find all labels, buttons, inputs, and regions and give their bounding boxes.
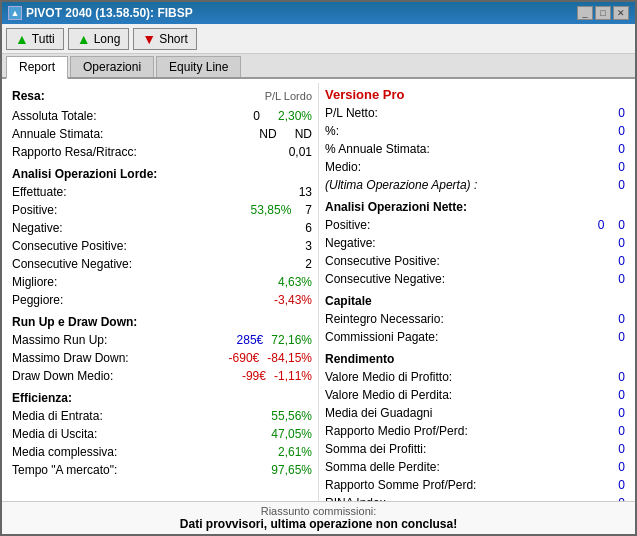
consec-neg-val: 2: [305, 255, 312, 273]
positive-nette-row: Positive: 0 0: [325, 216, 625, 234]
toolbar: ▲ Tutti ▲ Long ▼ Short: [2, 24, 635, 54]
positive-row: Positive: 53,85% 7: [12, 201, 312, 219]
efficienza-section-title: Efficienza:: [12, 391, 312, 405]
consec-neg-row: Consecutive Negative: 2: [12, 255, 312, 273]
ultima-row: (Ultima Operazione Aperta) : 0: [325, 176, 625, 194]
massimo-drawdown-row: Massimo Draw Down: -690€ -84,15%: [12, 349, 312, 367]
consec-neg-nette-val: 0: [618, 270, 625, 288]
tempo-mercato-row: Tempo "A mercato": 97,65%: [12, 461, 312, 479]
massimo-drawdown-val1: -690€: [229, 349, 260, 367]
resa-label: Resa:: [12, 87, 45, 105]
minimize-button[interactable]: _: [577, 6, 593, 20]
short-icon: ▼: [142, 31, 156, 47]
rapporto-prof-val: 0: [618, 422, 625, 440]
media-guadagni-val: 0: [618, 404, 625, 422]
consec-neg-nette-row: Consecutive Negative: 0: [325, 270, 625, 288]
media-uscita-label: Media di Uscita:: [12, 425, 97, 443]
positive-nette-val2: 0: [618, 216, 625, 234]
valore-perdita-val: 0: [618, 386, 625, 404]
tab-operazioni[interactable]: Operazioni: [70, 56, 154, 77]
negative-label: Negative:: [12, 219, 63, 237]
consec-pos-nette-val: 0: [618, 252, 625, 270]
rapporto-val: 0,01: [289, 143, 312, 161]
window-title: PIVOT 2040 (13.58.50): FIBSP: [26, 6, 193, 20]
negative-nette-val: 0: [618, 234, 625, 252]
negative-nette-row: Negative: 0: [325, 234, 625, 252]
runup-section-title: Run Up e Draw Down:: [12, 315, 312, 329]
short-button[interactable]: ▼ Short: [133, 28, 197, 50]
consec-pos-label: Consecutive Positive:: [12, 237, 127, 255]
main-window: ▲ PIVOT 2040 (13.58.50): FIBSP _ □ ✕ ▲ T…: [0, 0, 637, 536]
negative-nette-label: Negative:: [325, 234, 376, 252]
valore-profitto-val: 0: [618, 368, 625, 386]
long-icon: ▲: [77, 31, 91, 47]
positive-nette-label: Positive:: [325, 216, 370, 234]
massimo-runup-val1: 285€: [237, 331, 264, 349]
commissioni-label: Commissioni Pagate:: [325, 328, 438, 346]
long-button[interactable]: ▲ Long: [68, 28, 130, 50]
media-uscita-val: 47,05%: [271, 425, 312, 443]
massimo-runup-label: Massimo Run Up:: [12, 331, 107, 349]
reintegro-row: Reintegro Necessario: 0: [325, 310, 625, 328]
assoluta-label: Assoluta Totale:: [12, 107, 97, 125]
consec-pos-val: 3: [305, 237, 312, 255]
positive-num: 7: [305, 201, 312, 219]
rapporto-prof-label: Rapporto Medio Prof/Perd:: [325, 422, 468, 440]
commissioni-val: 0: [618, 328, 625, 346]
massimo-runup-row: Massimo Run Up: 285€ 72,16%: [12, 331, 312, 349]
somma-perdite-label: Somma delle Perdite:: [325, 458, 440, 476]
positive-pct: 53,85%: [251, 201, 292, 219]
annuale-row: Annuale Stimata: ND ND: [12, 125, 312, 143]
tutti-button[interactable]: ▲ Tutti: [6, 28, 64, 50]
valore-profitto-label: Valore Medio di Profitto:: [325, 368, 452, 386]
tempo-mercato-val: 97,65%: [271, 461, 312, 479]
assoluta-val2: 2,30%: [278, 107, 312, 125]
tutti-icon: ▲: [15, 31, 29, 47]
pl-lordo-header: P/L Lordo: [265, 88, 312, 105]
valore-perdita-row: Valore Medio di Perdita: 0: [325, 386, 625, 404]
rapporto-row: Rapporto Resa/Ritracc: 0,01: [12, 143, 312, 161]
pct-annuale-label: % Annuale Stimata:: [325, 140, 430, 158]
somma-perdite-row: Somma delle Perdite: 0: [325, 458, 625, 476]
versione-pro-title: Versione Pro: [325, 87, 625, 102]
tempo-mercato-label: Tempo "A mercato":: [12, 461, 117, 479]
left-panel: Resa: P/L Lordo Assoluta Totale: 0 2,30%…: [6, 83, 319, 501]
title-bar: ▲ PIVOT 2040 (13.58.50): FIBSP _ □ ✕: [2, 2, 635, 24]
effettuate-label: Effettuate:: [12, 183, 67, 201]
riassunto-label: Riassunto commissioni:: [8, 505, 629, 517]
somma-profitti-val: 0: [618, 440, 625, 458]
media-complessiva-val: 2,61%: [278, 443, 312, 461]
rapporto-somme-row: Rapporto Somme Prof/Perd: 0: [325, 476, 625, 494]
pct-val: 0: [618, 122, 625, 140]
media-entrata-val: 55,56%: [271, 407, 312, 425]
consec-pos-nette-row: Consecutive Positive: 0: [325, 252, 625, 270]
rina-val: 0: [618, 494, 625, 501]
long-label: Long: [94, 32, 121, 46]
right-panel: Versione Pro P/L Netto: 0 %: 0 % Annuale…: [319, 83, 631, 501]
annuale-label: Annuale Stimata:: [12, 125, 103, 143]
pl-netto-label: P/L Netto:: [325, 104, 378, 122]
tab-report[interactable]: Report: [6, 56, 68, 79]
ultima-label: (Ultima Operazione Aperta) :: [325, 176, 477, 194]
negative-row: Negative: 6: [12, 219, 312, 237]
somma-profitti-row: Somma dei Profitti: 0: [325, 440, 625, 458]
analisi-nette-title: Analisi Operazioni Nette:: [325, 200, 625, 214]
tab-equity-line[interactable]: Equity Line: [156, 56, 241, 77]
two-column-layout: Resa: P/L Lordo Assoluta Totale: 0 2,30%…: [6, 83, 631, 501]
tab-bar: Report Operazioni Equity Line: [2, 54, 635, 79]
rina-label: RINA Index: [325, 494, 386, 501]
drawdown-medio-val2: -1,11%: [274, 367, 312, 385]
maximize-button[interactable]: □: [595, 6, 611, 20]
valore-profitto-row: Valore Medio di Profitto: 0: [325, 368, 625, 386]
medio-label: Medio:: [325, 158, 361, 176]
consec-neg-label: Consecutive Negative:: [12, 255, 132, 273]
consec-pos-nette-label: Consecutive Positive:: [325, 252, 440, 270]
reintegro-val: 0: [618, 310, 625, 328]
consec-pos-row: Consecutive Positive: 3: [12, 237, 312, 255]
app-icon: ▲: [8, 6, 22, 20]
close-button[interactable]: ✕: [613, 6, 629, 20]
negative-val: 6: [305, 219, 312, 237]
massimo-runup-val2: 72,16%: [271, 331, 312, 349]
assoluta-row: Assoluta Totale: 0 2,30%: [12, 107, 312, 125]
media-guadagni-label: Media dei Guadagni: [325, 404, 432, 422]
